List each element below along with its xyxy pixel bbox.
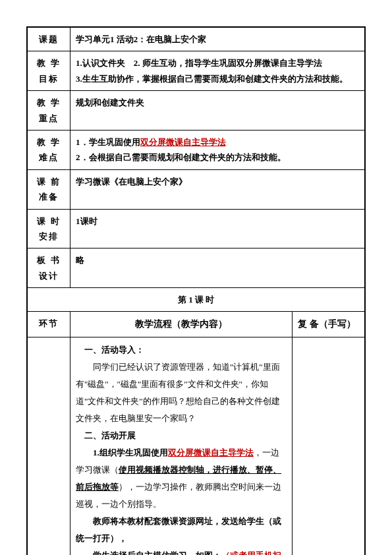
flow-stage-cell — [27, 337, 70, 555]
row-topic-value: 学习单元1 活动2：在电脑上安个家 — [70, 27, 366, 51]
row-key-label: 教 学重点 — [27, 91, 70, 131]
goal-line1b: 2. 师生互动，指导学生巩固双分屏微课自主导学法 — [134, 58, 322, 68]
section-header: 第 1 课 时 — [27, 288, 365, 312]
flow-notes-cell — [293, 337, 366, 555]
p2a: 1.组织学生巩固使用 — [93, 448, 168, 457]
flow-col2-label: 教学流程（教学内容） — [70, 312, 293, 337]
row-prep-label: 课 前准备 — [27, 169, 70, 209]
goal-line2: 3.生生互助协作，掌握根据自己需要而规划和创建文件夹的方法和技能。 — [76, 74, 348, 84]
content-p3: 教师将本教材配套微课资源网址，发送给学生（或统一打开）， — [76, 513, 287, 547]
diff-line1b: 双分屏微课自主导学法 — [140, 137, 226, 147]
flow-col1-label: 环节 — [27, 312, 70, 337]
content-h1: 一、活动导入： — [76, 341, 287, 359]
p4a: 学生选择后自主模仿学习。如图： — [93, 550, 221, 555]
row-diff-value: 1．学生巩固使用双分屏微课自主导学法 2．会根据自己需要而规划和创建文件夹的方法… — [70, 130, 366, 169]
lesson-plan-table: 课题 学习单元1 活动2：在电脑上安个家 教 学目标 1.认识文件夹 2. 师生… — [26, 26, 366, 555]
row-goal-value: 1.认识文件夹 2. 师生互动，指导学生巩固双分屏微课自主导学法 3.生生互助协… — [70, 51, 366, 91]
diff-line1a: 1．学生巩固使用 — [76, 137, 140, 147]
p2b: 双分屏微课自主导学法 — [168, 448, 254, 457]
goal-line1a: 1.认识文件夹 — [76, 58, 125, 68]
row-key-value: 规划和创建文件夹 — [70, 91, 366, 131]
content-h2: 二、活动开展 — [76, 427, 287, 444]
flow-content-cell: 一、活动导入： 同学们已经认识了资源管理器，知道"计算机"里面有"磁盘"，"磁盘… — [70, 337, 293, 555]
content-p1: 同学们已经认识了资源管理器，知道"计算机"里面有"磁盘"，"磁盘"里面有很多"文… — [76, 359, 287, 427]
row-time-label: 课 时安排 — [27, 209, 70, 248]
flow-col3-label: 复 备（手写） — [293, 312, 366, 337]
row-goal-label: 教 学目标 — [27, 51, 70, 91]
diff-line2: 2．会根据自己需要而规划和创建文件夹的方法和技能。 — [76, 152, 286, 162]
row-board-value: 略 — [70, 248, 366, 288]
content-p4: 学生选择后自主模仿学习。如图：（或者用手机扫描二维码观看） — [76, 547, 287, 555]
content-p2: 1.组织学生巩固使用双分屏微课自主导学法，一边学习微课（使用视频播放器控制轴，进… — [76, 444, 287, 513]
row-topic-label: 课题 — [27, 27, 70, 51]
row-diff-label: 教 学难点 — [27, 130, 70, 169]
row-time-value: 1课时 — [70, 209, 366, 248]
row-board-label: 板 书设计 — [27, 248, 70, 288]
row-prep-value: 学习微课《在电脑上安个家》 — [70, 169, 366, 209]
